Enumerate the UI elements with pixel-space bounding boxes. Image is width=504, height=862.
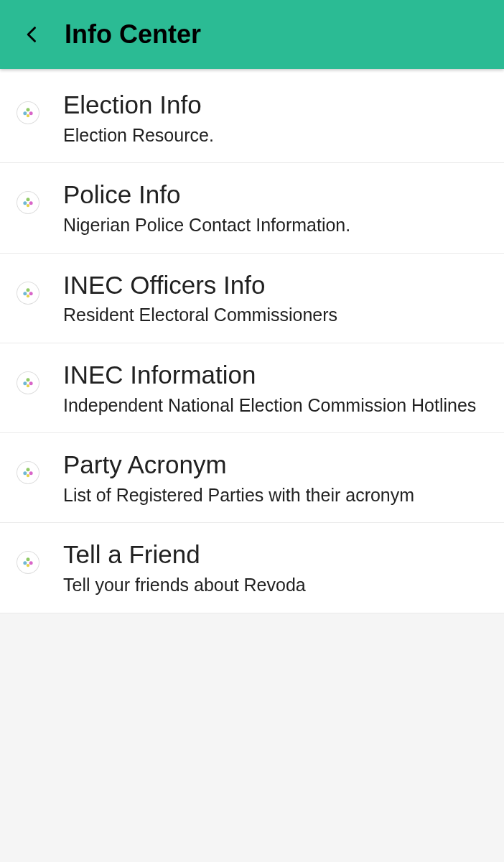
list-item-text: Election Info Election Resource. [63,89,491,147]
list-item-subtitle: List of Registered Parties with their ac… [63,483,484,507]
app-bar: Info Center [0,0,504,69]
app-logo-icon [17,192,39,213]
app-logo-icon [17,552,39,573]
app-logo-icon [17,282,39,304]
list-item-text: INEC Officers Info Resident Electoral Co… [63,269,491,327]
list-item-subtitle: Nigerian Police Contact Information. [63,213,484,237]
svg-point-14 [29,381,33,385]
app-logo-icon [17,102,39,124]
svg-point-21 [23,562,27,565]
list-item-title: Tell a Friend [63,539,484,570]
info-list: Election Info Election Resource. Police … [0,69,504,613]
svg-point-17 [23,471,27,475]
svg-point-12 [27,378,30,381]
list-item-inec-officers[interactable]: INEC Officers Info Resident Electoral Co… [0,254,504,343]
svg-point-23 [27,564,29,567]
svg-point-15 [27,384,29,387]
svg-point-0 [27,108,30,111]
list-item-subtitle: Resident Electoral Commissioners [63,303,484,327]
page-title: Info Center [65,19,201,50]
svg-point-16 [27,468,30,471]
list-item-title: INEC Information [63,359,484,391]
svg-point-10 [29,292,33,295]
svg-point-20 [27,558,30,562]
svg-point-22 [29,562,33,565]
list-item-subtitle: Tell your friends about Revoda [63,573,484,597]
app-logo-icon [17,462,39,483]
list-item-title: Election Info [63,89,484,121]
list-item-text: INEC Information Independent National El… [63,359,491,417]
back-button[interactable] [14,17,50,52]
list-item-title: Police Info [63,179,484,210]
back-arrow-icon [22,24,42,45]
svg-point-18 [29,471,33,475]
svg-point-7 [27,204,29,207]
list-item-title: INEC Officers Info [63,269,484,301]
svg-point-8 [27,288,30,292]
list-item-police-info[interactable]: Police Info Nigerian Police Contact Info… [0,163,504,253]
svg-point-5 [23,202,27,205]
list-item-text: Police Info Nigerian Police Contact Info… [63,179,491,236]
svg-point-4 [27,198,30,202]
list-item-party-acronym[interactable]: Party Acronym List of Registered Parties… [0,433,504,523]
svg-point-1 [23,111,27,115]
list-item-subtitle: Election Resource. [63,124,484,147]
svg-point-2 [29,111,33,115]
list-item-election-info[interactable]: Election Info Election Resource. [0,69,504,163]
svg-point-3 [27,114,29,117]
list-item-inec-information[interactable]: INEC Information Independent National El… [0,343,504,433]
svg-point-9 [23,292,27,295]
svg-point-19 [27,474,29,477]
svg-point-11 [27,295,29,297]
svg-point-6 [29,202,33,205]
svg-point-13 [23,381,27,385]
list-item-tell-friend[interactable]: Tell a Friend Tell your friends about Re… [0,523,504,613]
list-item-title: Party Acronym [63,449,484,481]
list-item-text: Party Acronym List of Registered Parties… [63,449,491,506]
app-logo-icon [17,372,39,394]
list-item-text: Tell a Friend Tell your friends about Re… [63,539,491,596]
list-item-subtitle: Independent National Election Commission… [63,394,484,417]
